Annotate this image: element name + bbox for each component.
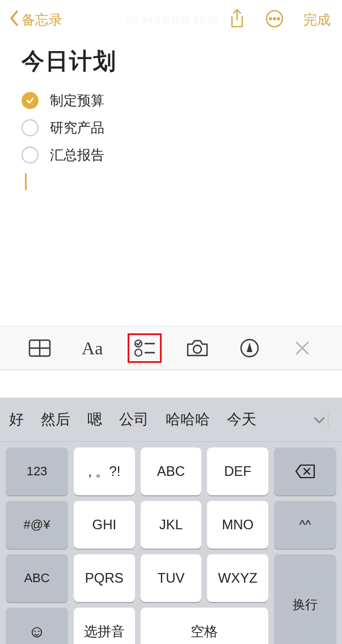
key-switch-abc[interactable]: ABC (6, 554, 68, 602)
chevron-down-icon[interactable] (313, 412, 328, 428)
key-symbols[interactable]: #@¥ (6, 501, 68, 549)
key-delete[interactable] (274, 448, 336, 495)
checklist-icon[interactable] (128, 333, 162, 363)
text-format-icon[interactable]: Aa (75, 333, 109, 363)
share-icon[interactable] (229, 9, 246, 31)
key-space[interactable]: 空格 (141, 608, 268, 644)
suggestion[interactable]: 然后 (41, 409, 70, 429)
key-def[interactable]: DEF (207, 448, 268, 495)
key-emoticon[interactable]: ^^ (274, 501, 336, 549)
item-text: 研究产品 (50, 119, 104, 137)
markup-icon[interactable] (233, 333, 267, 363)
circle-icon[interactable] (22, 119, 39, 136)
camera-icon[interactable] (180, 333, 214, 363)
key-wxyz[interactable]: WXYZ (207, 554, 268, 602)
suggestion[interactable]: 好 (9, 409, 24, 429)
key-tuv[interactable]: TUV (141, 554, 202, 602)
note-content[interactable]: 今日计划 制定预算 研究产品 汇总报告 (0, 40, 342, 190)
suggestion-bar: 好 然后 嗯 公司 哈哈哈 今天 (0, 398, 342, 442)
back-label: 备忘录 (22, 11, 62, 29)
suggestion[interactable]: 哈哈哈 (166, 409, 210, 429)
item-text: 汇总报告 (50, 146, 104, 164)
suggestion[interactable]: 嗯 (87, 409, 102, 429)
svg-point-9 (135, 349, 142, 356)
more-icon[interactable] (265, 9, 284, 31)
chevron-left-icon (9, 9, 19, 31)
checklist-item[interactable]: 研究产品 (22, 114, 320, 141)
table-icon[interactable] (23, 333, 57, 363)
key-abc[interactable]: ABC (141, 448, 202, 495)
checklist-item[interactable]: 制定预算 (22, 87, 320, 114)
close-toolbar-button[interactable] (285, 333, 319, 363)
key-jkl[interactable]: JKL (141, 501, 202, 549)
circle-icon[interactable] (22, 147, 39, 164)
key-emoji[interactable]: ☺ (6, 608, 68, 644)
check-icon[interactable] (22, 92, 39, 109)
key-ghi[interactable]: GHI (74, 501, 135, 549)
svg-point-7 (135, 340, 142, 347)
key-pqrs[interactable]: PQRS (74, 554, 135, 602)
back-button[interactable]: 备忘录 (9, 9, 62, 31)
note-title[interactable]: 今日计划 (22, 45, 320, 77)
svg-point-2 (273, 18, 275, 19)
nav-bar: 备忘录 2023年5月15日 13:32 完成 (0, 0, 342, 40)
suggestion[interactable]: 公司 (119, 409, 149, 429)
key-mno[interactable]: MNO (207, 501, 268, 549)
done-button[interactable]: 完成 (303, 11, 331, 29)
text-cursor (25, 173, 27, 190)
item-text: 制定预算 (50, 91, 104, 110)
svg-point-3 (277, 18, 279, 19)
keyboard: 好 然后 嗯 公司 哈哈哈 今天 123 , 。?! ABC DEF #@¥ G… (0, 398, 342, 644)
key-pinyin[interactable]: 选拼音 (74, 608, 135, 644)
svg-point-1 (269, 18, 271, 19)
key-123[interactable]: 123 (6, 448, 68, 495)
format-toolbar: Aa (0, 326, 342, 370)
key-return[interactable]: 换行 (274, 554, 336, 644)
svg-point-11 (193, 345, 201, 353)
suggestion[interactable]: 今天 (227, 409, 256, 429)
key-punct[interactable]: , 。?! (74, 448, 135, 495)
checklist-item[interactable]: 汇总报告 (22, 141, 320, 169)
